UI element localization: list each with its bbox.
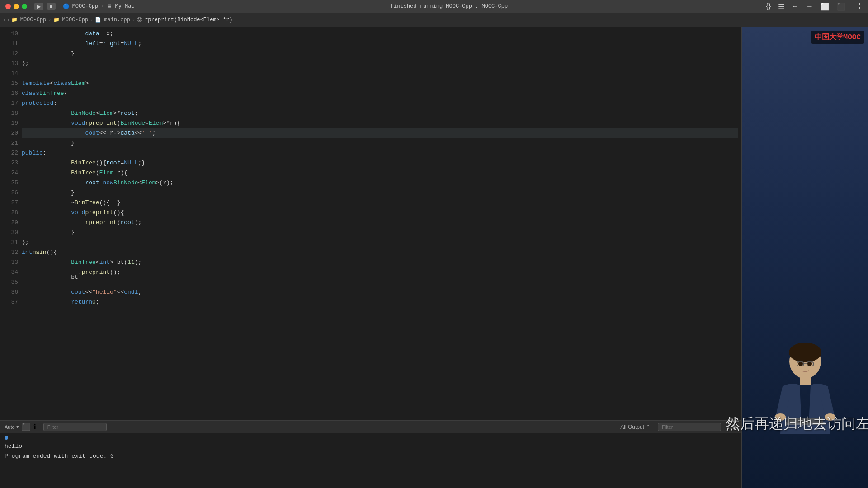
line-numbers: 10 11 12 13 14 15 16 17 18 19 20 21 22 2… (0, 29, 22, 418)
code-line-21: } (22, 138, 738, 148)
code-line-28: void preprint(){ (22, 208, 738, 218)
device-name: My Mac (115, 3, 134, 9)
code-line-26: } (22, 188, 738, 198)
code-line-25: root = new BinNode<Elem>(r); (22, 178, 738, 188)
app-icon: 🔵 (63, 3, 70, 10)
filter-left-section (43, 423, 107, 431)
code-line-15: template<class Elem> (22, 79, 738, 89)
bottom-toolbar: Auto ▾ ⬛ ℹ All Output ⌃ (0, 421, 741, 433)
stop-button[interactable]: ■ (47, 3, 56, 10)
titlebar-app: 🔵 MOOC-Cpp › 🖥 My Mac (63, 3, 135, 10)
code-line-23: BinTree() { root = NULL; } (22, 158, 738, 168)
breadcrumb-icon-3: 📄 (95, 17, 101, 23)
mooc-logo-icon: 中国大学MOOC (815, 33, 861, 42)
code-line-19: void rpreprint(BinNode<Elem> *r){ (22, 118, 738, 128)
code-line-33: BinTree<int> bt(11); (22, 258, 738, 267)
code-line-12: } (22, 49, 738, 59)
all-output-label: All Output (620, 424, 644, 430)
info-icon: ℹ (33, 422, 36, 432)
titlebar-title: Finished running MOOC-Cpp : MOOC-Cpp (142, 3, 757, 9)
subtitle-text: 然后再递归地去访问左树 (726, 414, 868, 434)
navigate-back-button[interactable]: ← (789, 1, 801, 11)
editor-area: 10 11 12 13 14 15 16 17 18 19 20 21 22 2… (0, 27, 741, 488)
nav-next-button[interactable]: › (7, 16, 9, 23)
code-line-32: int main(){ (22, 248, 738, 258)
terminal-output-panel: hello Program ended with exit code: 0 (0, 433, 371, 488)
filter-right-section (658, 423, 721, 431)
code-view[interactable]: 10 11 12 13 14 15 16 17 18 19 20 21 22 2… (0, 27, 741, 420)
person-video (746, 334, 864, 452)
navigate-forward-button[interactable]: → (804, 1, 816, 11)
toolbar-nav: ‹ › (4, 16, 9, 23)
app-name: MOOC-Cpp (72, 3, 99, 9)
status-indicator (5, 436, 8, 440)
debug-icon: ⬛ (22, 422, 31, 432)
terminal-output-right (371, 433, 742, 488)
breadcrumb-sep-1: › (48, 17, 51, 23)
code-line-31: }; (22, 238, 738, 248)
code-line-10: data = x; (22, 29, 738, 39)
svg-point-1 (789, 343, 821, 362)
breadcrumb-icon-4: Ⓜ (137, 16, 142, 23)
code-line-29: rpreprint(root); (22, 218, 738, 228)
device-icon: 🖥 (107, 3, 112, 10)
code-line-16: class BinTree{ (22, 89, 738, 99)
bottom-area: Auto ▾ ⬛ ℹ All Output ⌃ (0, 420, 741, 488)
breadcrumb-icon-1: 📁 (11, 17, 18, 23)
code-line-35 (22, 277, 738, 287)
fullscreen-button[interactable]: ⛶ (851, 1, 863, 11)
code-line-37: return 0; (22, 297, 738, 307)
titlebar: ▶ ■ 🔵 MOOC-Cpp › 🖥 My Mac Finished runni… (0, 0, 868, 13)
toolbar: ‹ › 📁 MOOC-Cpp › 📁 MOOC-Cpp › 📄 main.cpp… (0, 13, 868, 27)
breadcrumb-item-2[interactable]: MOOC-Cpp (62, 17, 89, 23)
code-line-22: public: (22, 148, 738, 158)
terminal-output-line1: hello (5, 441, 366, 451)
code-content: data = x; left = right = NULL; } }; (22, 29, 741, 418)
breadcrumb-sep-3: › (132, 17, 135, 23)
code-line-34: bt.preprint(); (22, 267, 738, 277)
code-line-18: BinNode<Elem> *root; (22, 108, 738, 118)
maximize-button[interactable] (22, 4, 27, 9)
breadcrumb: 📁 MOOC-Cpp › 📁 MOOC-Cpp › 📄 main.cpp › Ⓜ… (11, 16, 864, 23)
list-view-button[interactable]: ☰ (776, 1, 787, 12)
breadcrumb-item-4[interactable]: rpreprint(BinNode<Elem> *r) (145, 17, 232, 23)
code-line-20: cout << r->data << ' ' ; (22, 128, 738, 138)
video-person: 中国大学MOOC (742, 27, 868, 488)
code-line-11: left = right = NULL; (22, 39, 738, 49)
title-separator: › (101, 3, 104, 9)
close-button[interactable] (5, 4, 11, 9)
chevron-down-icon: ▾ (16, 424, 19, 430)
traffic-lights (5, 4, 27, 9)
code-line-13: }; (22, 59, 738, 69)
run-button[interactable]: ▶ (34, 3, 43, 10)
code-line-30: } (22, 228, 738, 238)
braces-button[interactable]: {} (764, 1, 773, 11)
sidebar-toggle-button[interactable]: ⬛ (835, 1, 848, 12)
output-section: All Output ⌃ (620, 424, 651, 430)
terminal-output-line2: Program ended with exit code: 0 (5, 451, 366, 461)
editor-layout-button[interactable]: ⬜ (818, 1, 832, 12)
main-container: 10 11 12 13 14 15 16 17 18 19 20 21 22 2… (0, 27, 868, 488)
all-output-button[interactable]: All Output ⌃ (620, 424, 651, 430)
code-line-24: BinTree(Elem r){ (22, 168, 738, 178)
code-line-14 (22, 69, 738, 79)
code-line-36: cout << "hello" << endl; (22, 287, 738, 297)
breadcrumb-item-1[interactable]: MOOC-Cpp (20, 17, 47, 23)
nav-prev-button[interactable]: ‹ (4, 16, 5, 23)
auto-mode-button[interactable]: Auto ▾ (5, 424, 19, 430)
titlebar-controls: ▶ ■ (34, 3, 56, 10)
code-line-17: protected: (22, 99, 738, 108)
bottom-output-area: hello Program ended with exit code: 0 (0, 433, 741, 488)
auto-label: Auto (5, 424, 15, 430)
filter-right-input[interactable] (658, 423, 721, 431)
minimize-button[interactable] (14, 4, 19, 9)
breadcrumb-icon-2: 📁 (53, 17, 60, 23)
breadcrumb-item-3[interactable]: main.cpp (104, 17, 130, 23)
code-line-27: ~BinTree(){ } (22, 198, 738, 208)
status-section: Auto ▾ ⬛ ℹ (5, 422, 36, 432)
filter-left-input[interactable] (43, 423, 107, 431)
svg-rect-2 (800, 376, 811, 385)
mooc-logo: 中国大学MOOC (811, 31, 864, 44)
chevron-up-icon: ⌃ (646, 424, 651, 430)
titlebar-right: {} ☰ ← → ⬜ ⬛ ⛶ (764, 1, 863, 12)
